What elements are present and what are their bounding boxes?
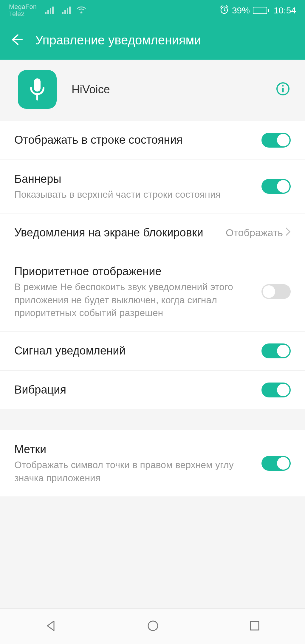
setting-value[interactable]: Отображать	[226, 227, 291, 239]
toggle-switch[interactable]	[261, 383, 291, 397]
signal-icon-2	[62, 7, 71, 14]
setting-row[interactable]: Отображать в строке состояния	[0, 121, 305, 160]
settings-group-2: МеткиОтображать символ точки в правом ве…	[0, 430, 305, 496]
setting-subtitle: Отображать символ точки в правом верхнем…	[14, 459, 253, 484]
battery-icon	[253, 7, 269, 14]
signal-icon-1	[45, 7, 54, 14]
setting-title: Отображать в строке состояния	[14, 133, 253, 147]
toggle-switch[interactable]	[261, 179, 291, 194]
setting-row[interactable]: Сигнал уведомлений	[0, 332, 305, 371]
clock: 10:54	[274, 5, 296, 16]
toggle-switch[interactable]	[261, 284, 291, 299]
app-name: HiVoice	[72, 83, 261, 96]
setting-text: БаннерыПоказывать в верхней части строки…	[14, 172, 253, 201]
setting-title: Метки	[14, 442, 253, 457]
svg-rect-7	[250, 622, 259, 630]
setting-title: Баннеры	[14, 172, 253, 186]
setting-subtitle: В режиме Не беспокоить звук уведомлений …	[14, 281, 253, 319]
setting-text: Сигнал уведомлений	[14, 343, 253, 358]
carrier-2: Tele2	[9, 10, 37, 18]
setting-row[interactable]: МеткиОтображать символ точки в правом ве…	[0, 430, 305, 496]
status-right: 39% 10:54	[219, 5, 296, 16]
battery-pct: 39%	[232, 5, 250, 16]
setting-row[interactable]: Уведомления на экране блокировкиОтобража…	[0, 213, 305, 252]
setting-text: Приоритетное отображениеВ режиме Не бесп…	[14, 264, 253, 319]
setting-row[interactable]: Вибрация	[0, 371, 305, 409]
status-bar: MegaFon Tele2 39% 10:54	[0, 0, 305, 21]
setting-text: Уведомления на экране блокировки	[14, 225, 217, 240]
setting-row[interactable]: Приоритетное отображениеВ режиме Не бесп…	[0, 252, 305, 332]
setting-row[interactable]: БаннерыПоказывать в верхней части строки…	[0, 160, 305, 213]
info-icon[interactable]	[276, 82, 290, 97]
setting-text: Вибрация	[14, 383, 253, 397]
setting-title: Приоритетное отображение	[14, 264, 253, 279]
navigation-bar	[0, 608, 305, 644]
settings-group-1: Отображать в строке состоянияБаннерыПока…	[0, 121, 305, 409]
wifi-icon	[77, 6, 86, 15]
setting-title: Уведомления на экране блокировки	[14, 225, 217, 240]
alarm-icon	[219, 5, 229, 16]
svg-point-6	[148, 621, 158, 631]
setting-value-text: Отображать	[226, 227, 283, 239]
setting-title: Сигнал уведомлений	[14, 343, 253, 358]
toggle-switch[interactable]	[261, 133, 291, 148]
svg-rect-5	[282, 88, 284, 92]
setting-text: МеткиОтображать символ точки в правом ве…	[14, 442, 253, 484]
nav-back-icon[interactable]	[44, 619, 58, 634]
app-icon	[18, 70, 57, 109]
toggle-switch[interactable]	[261, 456, 291, 471]
app-info-row: HiVoice	[0, 60, 305, 121]
svg-point-0	[80, 12, 82, 13]
carrier-1: MegaFon	[9, 3, 37, 10]
toggle-switch[interactable]	[261, 343, 291, 358]
page-title: Управление уведомлениями	[35, 33, 201, 47]
setting-subtitle: Показывать в верхней части строки состоя…	[14, 188, 253, 201]
carrier-labels: MegaFon Tele2	[9, 3, 37, 18]
svg-rect-2	[34, 78, 41, 92]
setting-text: Отображать в строке состояния	[14, 133, 253, 147]
nav-home-icon[interactable]	[146, 619, 160, 634]
chevron-right-icon	[285, 227, 291, 239]
status-left: MegaFon Tele2	[9, 3, 86, 18]
back-icon[interactable]	[9, 32, 23, 48]
svg-point-4	[282, 85, 284, 87]
section-gap	[0, 409, 305, 430]
nav-recent-icon[interactable]	[249, 620, 261, 633]
app-header: Управление уведомлениями	[0, 21, 305, 60]
setting-title: Вибрация	[14, 383, 253, 397]
